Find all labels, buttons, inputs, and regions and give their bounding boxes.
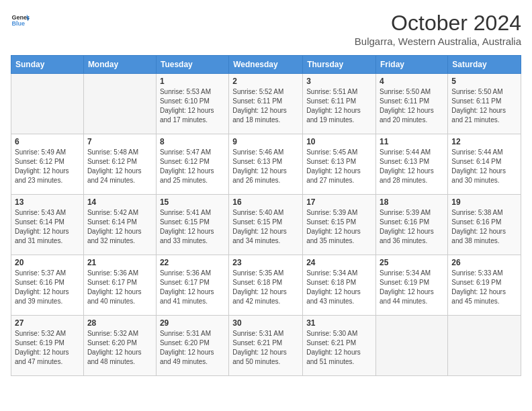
main-title: October 2024 xyxy=(355,11,521,36)
calendar-cell: 8Sunrise: 5:47 AM Sunset: 6:12 PM Daylig… xyxy=(156,134,228,195)
calendar-cell: 17Sunrise: 5:39 AM Sunset: 6:15 PM Dayli… xyxy=(303,195,376,255)
day-number: 26 xyxy=(451,258,517,267)
day-number: 2 xyxy=(232,77,299,86)
day-number: 31 xyxy=(306,318,372,328)
day-number: 5 xyxy=(451,77,517,86)
day-info: Sunrise: 5:39 AM Sunset: 6:15 PM Dayligh… xyxy=(306,208,372,246)
day-number: 8 xyxy=(160,137,225,146)
calendar-cell: 14Sunrise: 5:42 AM Sunset: 6:14 PM Dayli… xyxy=(83,195,156,255)
day-number: 6 xyxy=(15,137,80,146)
day-number: 14 xyxy=(87,197,152,207)
calendar-cell: 12Sunrise: 5:44 AM Sunset: 6:14 PM Dayli… xyxy=(448,134,521,195)
day-info: Sunrise: 5:36 AM Sunset: 6:17 PM Dayligh… xyxy=(87,269,152,306)
day-info: Sunrise: 5:38 AM Sunset: 6:16 PM Dayligh… xyxy=(451,208,517,246)
calendar-cell: 4Sunrise: 5:50 AM Sunset: 6:11 PM Daylig… xyxy=(376,74,448,134)
day-info: Sunrise: 5:39 AM Sunset: 6:16 PM Dayligh… xyxy=(380,208,444,246)
day-number: 28 xyxy=(87,318,152,328)
day-info: Sunrise: 5:31 AM Sunset: 6:20 PM Dayligh… xyxy=(160,329,225,367)
calendar-cell: 29Sunrise: 5:31 AM Sunset: 6:20 PM Dayli… xyxy=(156,316,228,376)
day-number: 19 xyxy=(451,197,517,207)
day-number: 17 xyxy=(306,197,372,207)
calendar-cell: 10Sunrise: 5:45 AM Sunset: 6:13 PM Dayli… xyxy=(303,134,376,195)
logo: General Blue xyxy=(11,11,30,30)
day-info: Sunrise: 5:37 AM Sunset: 6:16 PM Dayligh… xyxy=(15,269,80,306)
day-number: 1 xyxy=(160,77,225,86)
calendar-cell: 25Sunrise: 5:34 AM Sunset: 6:19 PM Dayli… xyxy=(376,255,448,316)
calendar-cell: 18Sunrise: 5:39 AM Sunset: 6:16 PM Dayli… xyxy=(376,195,448,255)
calendar-cell xyxy=(83,74,156,134)
dow-header-sunday: Sunday xyxy=(11,56,84,74)
day-info: Sunrise: 5:33 AM Sunset: 6:19 PM Dayligh… xyxy=(451,269,517,306)
calendar-cell: 20Sunrise: 5:37 AM Sunset: 6:16 PM Dayli… xyxy=(11,255,84,316)
day-info: Sunrise: 5:53 AM Sunset: 6:10 PM Dayligh… xyxy=(160,87,225,125)
dow-header-friday: Friday xyxy=(376,56,448,74)
dow-header-monday: Monday xyxy=(83,56,156,74)
day-info: Sunrise: 5:41 AM Sunset: 6:15 PM Dayligh… xyxy=(160,208,225,246)
calendar-table: SundayMondayTuesdayWednesdayThursdayFrid… xyxy=(11,55,521,376)
day-number: 9 xyxy=(232,137,299,146)
day-number: 3 xyxy=(306,77,372,86)
dow-header-wednesday: Wednesday xyxy=(229,56,303,74)
calendar-cell: 3Sunrise: 5:51 AM Sunset: 6:11 PM Daylig… xyxy=(303,74,376,134)
day-info: Sunrise: 5:50 AM Sunset: 6:11 PM Dayligh… xyxy=(451,87,517,125)
day-info: Sunrise: 5:40 AM Sunset: 6:15 PM Dayligh… xyxy=(232,208,299,246)
calendar-cell: 7Sunrise: 5:48 AM Sunset: 6:12 PM Daylig… xyxy=(83,134,156,195)
calendar-cell: 26Sunrise: 5:33 AM Sunset: 6:19 PM Dayli… xyxy=(448,255,521,316)
calendar-cell: 24Sunrise: 5:34 AM Sunset: 6:18 PM Dayli… xyxy=(303,255,376,316)
day-number: 20 xyxy=(15,258,80,267)
day-info: Sunrise: 5:43 AM Sunset: 6:14 PM Dayligh… xyxy=(15,208,80,246)
day-number: 18 xyxy=(380,197,444,207)
calendar-cell: 31Sunrise: 5:30 AM Sunset: 6:21 PM Dayli… xyxy=(303,316,376,376)
day-info: Sunrise: 5:49 AM Sunset: 6:12 PM Dayligh… xyxy=(15,148,80,185)
calendar-cell xyxy=(376,316,448,376)
calendar-cell: 23Sunrise: 5:35 AM Sunset: 6:18 PM Dayli… xyxy=(229,255,303,316)
subtitle: Bulgarra, Western Australia, Australia xyxy=(355,36,521,47)
day-number: 15 xyxy=(160,197,225,207)
day-number: 4 xyxy=(380,77,444,86)
day-number: 22 xyxy=(160,258,225,267)
day-number: 11 xyxy=(380,137,444,146)
day-number: 30 xyxy=(232,318,299,328)
day-info: Sunrise: 5:30 AM Sunset: 6:21 PM Dayligh… xyxy=(306,329,372,367)
day-info: Sunrise: 5:47 AM Sunset: 6:12 PM Dayligh… xyxy=(160,148,225,185)
day-info: Sunrise: 5:51 AM Sunset: 6:11 PM Dayligh… xyxy=(306,87,372,125)
day-info: Sunrise: 5:48 AM Sunset: 6:12 PM Dayligh… xyxy=(87,148,152,185)
day-number: 25 xyxy=(380,258,444,267)
dow-header-thursday: Thursday xyxy=(303,56,376,74)
day-number: 27 xyxy=(15,318,80,328)
calendar-cell: 6Sunrise: 5:49 AM Sunset: 6:12 PM Daylig… xyxy=(11,134,84,195)
logo-icon: General Blue xyxy=(11,11,30,30)
calendar-cell: 22Sunrise: 5:36 AM Sunset: 6:17 PM Dayli… xyxy=(156,255,228,316)
day-number: 7 xyxy=(87,137,152,146)
day-info: Sunrise: 5:32 AM Sunset: 6:20 PM Dayligh… xyxy=(87,329,152,367)
day-info: Sunrise: 5:42 AM Sunset: 6:14 PM Dayligh… xyxy=(87,208,152,246)
day-number: 29 xyxy=(160,318,225,328)
calendar-cell: 16Sunrise: 5:40 AM Sunset: 6:15 PM Dayli… xyxy=(229,195,303,255)
dow-header-tuesday: Tuesday xyxy=(156,56,228,74)
day-info: Sunrise: 5:32 AM Sunset: 6:19 PM Dayligh… xyxy=(15,329,80,367)
calendar-cell: 28Sunrise: 5:32 AM Sunset: 6:20 PM Dayli… xyxy=(83,316,156,376)
calendar-cell: 27Sunrise: 5:32 AM Sunset: 6:19 PM Dayli… xyxy=(11,316,84,376)
calendar-cell: 11Sunrise: 5:44 AM Sunset: 6:13 PM Dayli… xyxy=(376,134,448,195)
title-area: October 2024 Bulgarra, Western Australia… xyxy=(355,11,521,47)
day-number: 13 xyxy=(15,197,80,207)
calendar-cell: 2Sunrise: 5:52 AM Sunset: 6:11 PM Daylig… xyxy=(229,74,303,134)
day-info: Sunrise: 5:52 AM Sunset: 6:11 PM Dayligh… xyxy=(232,87,299,125)
calendar-cell: 30Sunrise: 5:31 AM Sunset: 6:21 PM Dayli… xyxy=(229,316,303,376)
svg-text:Blue: Blue xyxy=(11,20,25,27)
day-number: 23 xyxy=(232,258,299,267)
day-number: 21 xyxy=(87,258,152,267)
calendar-cell: 5Sunrise: 5:50 AM Sunset: 6:11 PM Daylig… xyxy=(448,74,521,134)
day-info: Sunrise: 5:31 AM Sunset: 6:21 PM Dayligh… xyxy=(232,329,299,367)
day-info: Sunrise: 5:50 AM Sunset: 6:11 PM Dayligh… xyxy=(380,87,444,125)
day-info: Sunrise: 5:35 AM Sunset: 6:18 PM Dayligh… xyxy=(232,269,299,306)
calendar-cell: 9Sunrise: 5:46 AM Sunset: 6:13 PM Daylig… xyxy=(229,134,303,195)
calendar-cell xyxy=(448,316,521,376)
calendar-cell: 1Sunrise: 5:53 AM Sunset: 6:10 PM Daylig… xyxy=(156,74,228,134)
calendar-cell: 19Sunrise: 5:38 AM Sunset: 6:16 PM Dayli… xyxy=(448,195,521,255)
day-info: Sunrise: 5:45 AM Sunset: 6:13 PM Dayligh… xyxy=(306,148,372,185)
calendar-cell: 15Sunrise: 5:41 AM Sunset: 6:15 PM Dayli… xyxy=(156,195,228,255)
day-info: Sunrise: 5:44 AM Sunset: 6:14 PM Dayligh… xyxy=(451,148,517,185)
day-info: Sunrise: 5:46 AM Sunset: 6:13 PM Dayligh… xyxy=(232,148,299,185)
day-number: 16 xyxy=(232,197,299,207)
